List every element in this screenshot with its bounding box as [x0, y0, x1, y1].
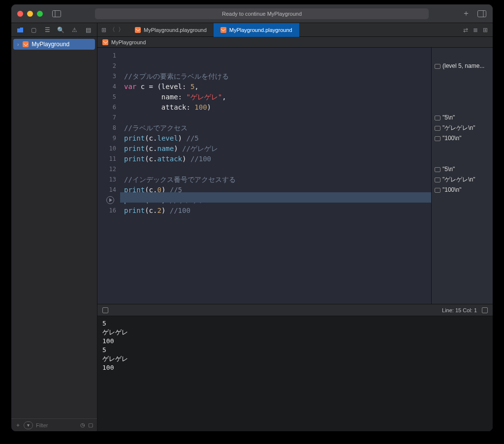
editor-tab-1[interactable]: MyPlayground.playground: [128, 23, 214, 37]
issue-navigator-icon[interactable]: ⚠: [71, 27, 79, 33]
swift-icon: [135, 27, 141, 33]
filter-scope-button[interactable]: ▾: [24, 421, 33, 429]
library-toggle-icon[interactable]: [477, 9, 487, 19]
line-number: 14: [97, 185, 116, 195]
line-number: 4: [97, 82, 116, 92]
navigator-toolbar: ▢ ☰ 🔍 ⚠ ▤ ⊞ 〈 〉 MyPlayground.playground …: [11, 23, 493, 37]
quicklook-icon[interactable]: [435, 178, 441, 182]
add-button[interactable]: ＋: [462, 8, 470, 19]
editor-options: ⇄ ≣ ⊞: [458, 27, 493, 33]
history-icon[interactable]: ⇄: [463, 27, 468, 33]
nav-back-icon[interactable]: 〈: [109, 26, 115, 34]
tab-area: ⊞ 〈 〉 MyPlayground.playground MyPlaygrou…: [97, 23, 493, 36]
sidebar-toggle-icon[interactable]: [52, 9, 62, 19]
find-navigator-icon[interactable]: 🔍: [57, 27, 65, 33]
zoom-window-button[interactable]: [37, 11, 43, 17]
svg-rect-0: [53, 10, 61, 17]
playground-results-sidebar: (level 5, name... "5\n" "ゲレゲレ\n" "100\n"…: [431, 48, 493, 304]
editor-row: 1 2 3 4 5 6 7 8 9 10 11 12 13 14: [97, 48, 493, 304]
editor-area: MyPlayground 1 2 3 4 5 6 7 8 9 10: [97, 37, 493, 431]
debug-area-toolbar: Line: 15 Col: 1: [97, 304, 493, 316]
quicklook-icon[interactable]: [435, 126, 441, 131]
swift-icon: [23, 41, 29, 47]
editor-tab-2-active[interactable]: MyPlayground.playground: [214, 23, 299, 37]
close-window-button[interactable]: [17, 11, 23, 17]
quicklook-icon[interactable]: [435, 136, 441, 141]
clock-icon[interactable]: ◷: [80, 422, 85, 428]
line-number: 10: [97, 144, 116, 154]
result-item[interactable]: "100\n": [435, 133, 490, 144]
svg-rect-2: [478, 10, 486, 17]
project-navigator: › MyPlayground ＋ ▾ Filter ◷ ▢: [11, 37, 97, 431]
disclosure-triangle-icon[interactable]: ›: [17, 42, 19, 47]
add-editor-icon[interactable]: ⊞: [483, 27, 488, 33]
debug-console[interactable]: 5 ゲレゲレ 100 5 ゲレゲレ 100: [97, 316, 493, 431]
line-number-gutter: 1 2 3 4 5 6 7 8 9 10 11 12 13 14: [97, 48, 120, 304]
execute-playground-icon[interactable]: [106, 196, 114, 204]
line-number: 8: [97, 123, 116, 133]
xcode-window: Ready to continue MyPlayground ＋ ▢ ☰ 🔍 ⚠…: [11, 4, 493, 432]
line-number: 5: [97, 92, 116, 102]
jump-bar[interactable]: MyPlayground: [97, 37, 493, 48]
quicklook-icon[interactable]: [435, 167, 441, 172]
line-number: 6: [97, 102, 116, 113]
tab-label: MyPlayground.playground: [144, 27, 207, 33]
project-navigator-icon[interactable]: [16, 27, 24, 33]
result-item[interactable]: (level 5, name...: [435, 61, 490, 71]
result-item[interactable]: "ゲレゲレ\n": [435, 123, 490, 133]
quicklook-icon[interactable]: [435, 64, 441, 69]
swift-icon: [220, 27, 226, 33]
main-body: › MyPlayground ＋ ▾ Filter ◷ ▢ MyPlaygrou…: [11, 37, 493, 431]
line-number: 7: [97, 113, 116, 123]
source-control-navigator-icon[interactable]: ▢: [30, 27, 38, 33]
quicklook-icon[interactable]: [435, 188, 441, 193]
line-number: 13: [97, 175, 116, 185]
breadcrumb-item: MyPlayground: [111, 39, 146, 45]
test-navigator-icon[interactable]: ▤: [84, 27, 92, 33]
editor-options-icon[interactable]: ≣: [473, 27, 478, 33]
result-item[interactable]: "ゲレゲレ\n": [435, 175, 490, 185]
project-name: MyPlayground: [32, 41, 69, 48]
result-item[interactable]: "100\n": [435, 185, 490, 195]
current-line-highlight: [120, 192, 431, 203]
nav-forward-icon[interactable]: 〉: [118, 26, 124, 34]
line-number: 2: [97, 61, 116, 71]
scm-icon[interactable]: ▢: [88, 422, 93, 428]
swift-icon: [102, 39, 108, 45]
titlebar-right-controls: ＋: [462, 8, 487, 19]
line-number: 3: [97, 71, 116, 82]
cursor-position-label: Line: 15 Col: 1: [442, 307, 477, 313]
line-number: 11: [97, 154, 116, 164]
symbol-navigator-icon[interactable]: ☰: [43, 27, 51, 33]
titlebar: Ready to continue MyPlayground ＋: [11, 4, 493, 23]
line-number: 1: [97, 51, 116, 61]
window-controls: [17, 11, 43, 17]
related-items-icon[interactable]: ⊞: [101, 27, 106, 33]
navigator-selector: ▢ ☰ 🔍 ⚠ ▤: [11, 23, 97, 36]
result-item[interactable]: "5\n": [435, 113, 490, 123]
tab-label: MyPlayground.playground: [229, 27, 292, 33]
debug-area-toggle-icon[interactable]: [482, 307, 488, 313]
activity-status-field: Ready to continue MyPlayground: [95, 8, 429, 19]
result-item[interactable]: "5\n": [435, 164, 490, 175]
navigator-filter-bar: ＋ ▾ Filter ◷ ▢: [11, 418, 97, 431]
line-number: 9: [97, 133, 116, 144]
code-text[interactable]: //タプルの要素にラベルを付けるvar c = (level: 5, name:…: [120, 48, 431, 304]
add-file-icon[interactable]: ＋: [15, 421, 21, 429]
minimize-window-button[interactable]: [27, 11, 33, 17]
activity-status-text: Ready to continue MyPlayground: [222, 11, 302, 17]
filter-input[interactable]: Filter: [36, 422, 48, 428]
source-editor[interactable]: 1 2 3 4 5 6 7 8 9 10 11 12 13 14: [97, 48, 431, 304]
line-number: 16: [97, 206, 116, 216]
line-number: 12: [97, 164, 116, 175]
debug-output-icdebug-toggle-icon[interactable]: [102, 307, 108, 313]
project-root-item[interactable]: › MyPlayground: [13, 39, 95, 50]
editor-nav-buttons: ⊞ 〈 〉: [97, 26, 128, 34]
quicklook-icon[interactable]: [435, 116, 441, 120]
